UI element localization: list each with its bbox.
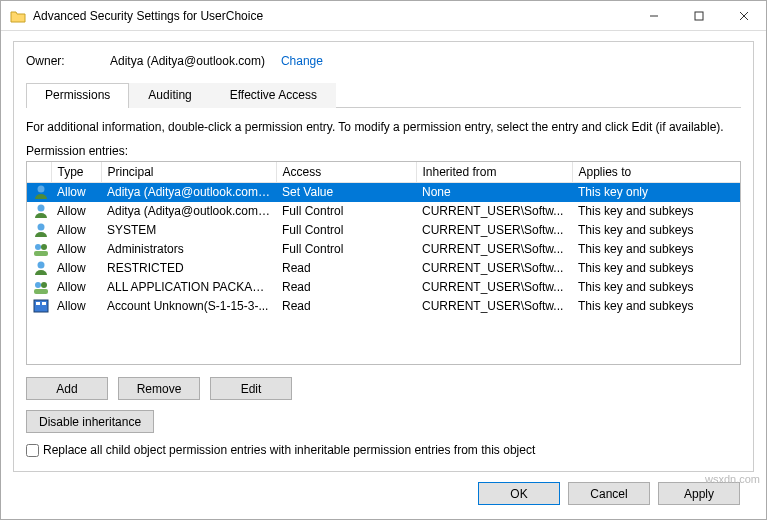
principal-icon bbox=[33, 241, 49, 257]
table-row[interactable]: AllowAditya (Aditya@outlook.com) ..Set V… bbox=[27, 183, 740, 203]
cell-applies: This key and subkeys bbox=[572, 221, 740, 240]
ok-button[interactable]: OK bbox=[478, 482, 560, 505]
cell-access: Full Control bbox=[276, 202, 416, 221]
table-row[interactable]: AllowAditya (Aditya@outlook.com)...Full … bbox=[27, 202, 740, 221]
advanced-security-window: Advanced Security Settings for UserChoic… bbox=[0, 0, 767, 520]
svg-rect-9 bbox=[34, 251, 48, 256]
principal-icon bbox=[33, 260, 49, 276]
info-text: For additional information, double-click… bbox=[26, 120, 741, 134]
cell-applies: This key and subkeys bbox=[572, 259, 740, 278]
cell-applies: This key and subkeys bbox=[572, 278, 740, 297]
cell-principal: Administrators bbox=[101, 240, 276, 259]
principal-icon bbox=[33, 184, 49, 200]
cell-principal: ALL APPLICATION PACKAGES bbox=[101, 278, 276, 297]
svg-rect-14 bbox=[34, 300, 48, 312]
cell-type: Allow bbox=[51, 183, 101, 203]
owner-value: Aditya (Aditya@outlook.com) bbox=[110, 54, 265, 68]
svg-point-12 bbox=[41, 282, 47, 288]
change-owner-link[interactable]: Change bbox=[281, 54, 323, 68]
tab-auditing[interactable]: Auditing bbox=[129, 83, 210, 108]
entries-label: Permission entries: bbox=[26, 144, 741, 158]
cell-type: Allow bbox=[51, 278, 101, 297]
table-row[interactable]: AllowAdministratorsFull ControlCURRENT_U… bbox=[27, 240, 740, 259]
close-button[interactable] bbox=[721, 1, 766, 30]
cell-inherited: CURRENT_USER\Softw... bbox=[416, 259, 572, 278]
tabs: Permissions Auditing Effective Access bbox=[26, 82, 741, 108]
cell-principal: SYSTEM bbox=[101, 221, 276, 240]
folder-icon bbox=[10, 9, 26, 23]
permissions-table: Type Principal Access Inherited from App… bbox=[26, 161, 741, 365]
principal-icon bbox=[33, 298, 49, 314]
cell-principal: RESTRICTED bbox=[101, 259, 276, 278]
cell-access: Set Value bbox=[276, 183, 416, 203]
cell-inherited: None bbox=[416, 183, 572, 203]
owner-label: Owner: bbox=[26, 54, 106, 68]
principal-icon bbox=[33, 279, 49, 295]
svg-point-7 bbox=[35, 244, 41, 250]
cell-access: Full Control bbox=[276, 240, 416, 259]
column-inherited-from[interactable]: Inherited from bbox=[416, 162, 572, 183]
cancel-button[interactable]: Cancel bbox=[568, 482, 650, 505]
cell-access: Full Control bbox=[276, 221, 416, 240]
table-row[interactable]: AllowSYSTEMFull ControlCURRENT_USER\Soft… bbox=[27, 221, 740, 240]
disable-inheritance-button[interactable]: Disable inheritance bbox=[26, 410, 154, 433]
svg-rect-16 bbox=[42, 302, 46, 305]
cell-type: Allow bbox=[51, 221, 101, 240]
cell-principal: Aditya (Aditya@outlook.com)... bbox=[101, 202, 276, 221]
main-panel: Owner: Aditya (Aditya@outlook.com) Chang… bbox=[13, 41, 754, 472]
cell-type: Allow bbox=[51, 202, 101, 221]
svg-rect-13 bbox=[34, 289, 48, 294]
cell-applies: This key and subkeys bbox=[572, 202, 740, 221]
cell-inherited: CURRENT_USER\Softw... bbox=[416, 221, 572, 240]
svg-rect-1 bbox=[695, 12, 703, 20]
watermark: wsxdn.com bbox=[705, 473, 760, 485]
add-button[interactable]: Add bbox=[26, 377, 108, 400]
cell-applies: This key only bbox=[572, 183, 740, 203]
svg-point-5 bbox=[38, 205, 45, 212]
table-row[interactable]: AllowALL APPLICATION PACKAGESReadCURRENT… bbox=[27, 278, 740, 297]
remove-button[interactable]: Remove bbox=[118, 377, 200, 400]
cell-access: Read bbox=[276, 259, 416, 278]
cell-access: Read bbox=[276, 297, 416, 316]
window-buttons bbox=[631, 1, 766, 30]
cell-type: Allow bbox=[51, 240, 101, 259]
window-title: Advanced Security Settings for UserChoic… bbox=[33, 9, 631, 23]
apply-button[interactable]: Apply bbox=[658, 482, 740, 505]
replace-children-checkbox[interactable]: Replace all child object permission entr… bbox=[26, 443, 741, 457]
titlebar: Advanced Security Settings for UserChoic… bbox=[1, 1, 766, 31]
column-type[interactable]: Type bbox=[51, 162, 101, 183]
cell-applies: This key and subkeys bbox=[572, 240, 740, 259]
replace-children-input[interactable] bbox=[26, 444, 39, 457]
cell-inherited: CURRENT_USER\Softw... bbox=[416, 202, 572, 221]
minimize-button[interactable] bbox=[631, 1, 676, 30]
cell-inherited: CURRENT_USER\Softw... bbox=[416, 240, 572, 259]
tab-permissions[interactable]: Permissions bbox=[26, 83, 129, 108]
svg-point-8 bbox=[41, 244, 47, 250]
tab-effective-access[interactable]: Effective Access bbox=[211, 83, 336, 108]
cell-inherited: CURRENT_USER\Softw... bbox=[416, 278, 572, 297]
maximize-button[interactable] bbox=[676, 1, 721, 30]
replace-children-label: Replace all child object permission entr… bbox=[43, 443, 535, 457]
owner-row: Owner: Aditya (Aditya@outlook.com) Chang… bbox=[26, 54, 741, 68]
column-applies-to[interactable]: Applies to bbox=[572, 162, 740, 183]
principal-icon bbox=[33, 203, 49, 219]
cell-principal: Aditya (Aditya@outlook.com) .. bbox=[101, 183, 276, 203]
cell-type: Allow bbox=[51, 297, 101, 316]
table-row[interactable]: AllowRESTRICTEDReadCURRENT_USER\Softw...… bbox=[27, 259, 740, 278]
principal-icon bbox=[33, 222, 49, 238]
table-row[interactable]: AllowAccount Unknown(S-1-15-3-...ReadCUR… bbox=[27, 297, 740, 316]
edit-button[interactable]: Edit bbox=[210, 377, 292, 400]
svg-point-6 bbox=[38, 224, 45, 231]
svg-point-11 bbox=[35, 282, 41, 288]
svg-rect-15 bbox=[36, 302, 40, 305]
column-principal[interactable]: Principal bbox=[101, 162, 276, 183]
cell-principal: Account Unknown(S-1-15-3-... bbox=[101, 297, 276, 316]
cell-access: Read bbox=[276, 278, 416, 297]
column-icon[interactable] bbox=[27, 162, 51, 183]
column-access[interactable]: Access bbox=[276, 162, 416, 183]
cell-applies: This key and subkeys bbox=[572, 297, 740, 316]
svg-point-10 bbox=[38, 262, 45, 269]
dialog-footer: OK Cancel Apply bbox=[13, 472, 754, 507]
svg-point-4 bbox=[38, 186, 45, 193]
cell-inherited: CURRENT_USER\Softw... bbox=[416, 297, 572, 316]
